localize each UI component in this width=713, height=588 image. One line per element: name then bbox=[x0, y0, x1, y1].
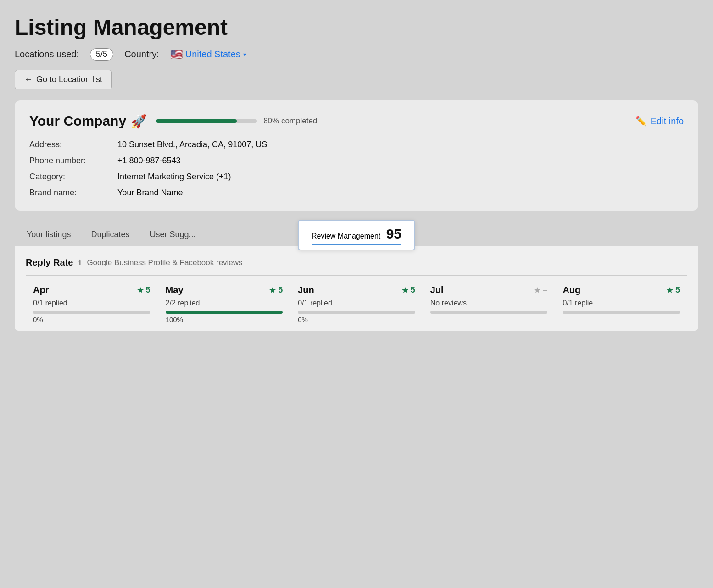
back-button-label: Go to Location list bbox=[36, 75, 102, 84]
edit-icon: ✏️ bbox=[635, 116, 647, 127]
month-name-apr: Apr bbox=[33, 285, 49, 295]
reply-rate-title: Reply Rate bbox=[26, 257, 73, 268]
company-header: Your Company 🚀 80% completed ✏️ Edit inf… bbox=[29, 113, 684, 129]
locations-badge: 5/5 bbox=[90, 48, 113, 61]
phone-label: Phone number: bbox=[29, 156, 112, 166]
month-card-jun: Jun ★ 5 0/1 replied 0% bbox=[290, 276, 423, 331]
review-mgmt-label: Review Management bbox=[312, 232, 380, 240]
review-mgmt-badge: 95 bbox=[386, 226, 401, 241]
star-icon-jul: ★ bbox=[534, 285, 541, 295]
month-card-may: May ★ 5 2/2 replied 100% bbox=[158, 276, 291, 331]
replied-text-aug: 0/1 replie... bbox=[563, 299, 680, 307]
phone-value: +1 800-987-6543 bbox=[117, 156, 684, 166]
replied-text-may: 2/2 replied bbox=[166, 299, 283, 307]
tab-your-listings[interactable]: Your listings bbox=[17, 223, 81, 246]
month-percent-jun: 0% bbox=[298, 316, 415, 323]
star-rating-may: ★ 5 bbox=[269, 285, 283, 295]
rating-dash-jul: – bbox=[543, 285, 547, 295]
company-name: Your Company 🚀 bbox=[29, 113, 147, 129]
company-card: Your Company 🚀 80% completed ✏️ Edit inf… bbox=[15, 100, 698, 211]
no-reviews-text-jul: No reviews bbox=[430, 299, 548, 307]
tab-user-suggestions[interactable]: User Sugg... bbox=[139, 223, 206, 246]
tabs-wrapper: Review Management 95 Your listings Dupli… bbox=[15, 223, 698, 246]
rating-value-aug: 5 bbox=[675, 285, 680, 295]
star-rating-jul: ★ – bbox=[534, 285, 547, 295]
star-rating-aug: ★ 5 bbox=[666, 285, 680, 295]
month-percent-may: 100% bbox=[166, 316, 283, 323]
content-section: Reply Rate ℹ Google Business Profile & F… bbox=[15, 246, 698, 331]
reply-rate-header: Reply Rate ℹ Google Business Profile & F… bbox=[26, 257, 687, 276]
month-name-aug: Aug bbox=[563, 285, 580, 295]
star-icon-jun: ★ bbox=[401, 285, 409, 295]
locations-label: Locations used: bbox=[15, 49, 79, 60]
month-progress-bar-apr bbox=[33, 311, 150, 314]
brand-label: Brand name: bbox=[29, 188, 112, 198]
chevron-down-icon: ▾ bbox=[243, 51, 246, 58]
month-progress-bar-aug bbox=[563, 311, 680, 314]
month-card-jul: Jul ★ – No reviews bbox=[423, 276, 556, 331]
progress-text: 80% completed bbox=[263, 116, 317, 126]
month-card-aug: Aug ★ 5 0/1 replie... bbox=[555, 276, 687, 331]
star-icon-apr: ★ bbox=[137, 285, 144, 295]
month-progress-bar-may bbox=[166, 311, 283, 314]
flag-icon: 🇺🇸 bbox=[170, 49, 183, 61]
country-name: United States bbox=[185, 49, 240, 60]
country-label: Country: bbox=[124, 49, 159, 60]
progress-bar-fill bbox=[156, 119, 237, 123]
rating-value-jun: 5 bbox=[411, 285, 415, 295]
address-value: 10 Sunset Blvd., Arcadia, CA, 91007, US bbox=[117, 140, 684, 150]
rating-value-apr: 5 bbox=[146, 285, 150, 295]
month-progress-bar-jun bbox=[298, 311, 415, 314]
month-name-may: May bbox=[166, 285, 184, 295]
review-mgmt-underline bbox=[312, 244, 401, 245]
progress-section: 80% completed bbox=[156, 116, 626, 126]
category-label: Category: bbox=[29, 172, 112, 182]
replied-text-apr: 0/1 replied bbox=[33, 299, 150, 307]
brand-value: Your Brand Name bbox=[117, 188, 684, 198]
replied-text-jun: 0/1 replied bbox=[298, 299, 415, 307]
edit-info-label: Edit info bbox=[651, 116, 684, 127]
months-row: Apr ★ 5 0/1 replied 0% May ★ 5 2/2 rep bbox=[26, 276, 687, 331]
category-value: Internet Marketing Service (+1) bbox=[117, 172, 684, 182]
country-selector[interactable]: 🇺🇸 United States ▾ bbox=[170, 49, 246, 61]
info-icon[interactable]: ℹ bbox=[78, 258, 81, 267]
month-name-jun: Jun bbox=[298, 285, 314, 295]
go-to-location-list-button[interactable]: ← Go to Location list bbox=[15, 70, 112, 89]
rocket-icon: 🚀 bbox=[131, 114, 147, 129]
star-icon-aug: ★ bbox=[666, 285, 674, 295]
progress-bar bbox=[156, 119, 257, 123]
company-info-table: Address: 10 Sunset Blvd., Arcadia, CA, 9… bbox=[29, 140, 684, 198]
month-percent-apr: 0% bbox=[33, 316, 150, 323]
rating-value-may: 5 bbox=[278, 285, 283, 295]
month-card-apr: Apr ★ 5 0/1 replied 0% bbox=[26, 276, 158, 331]
month-name-jul: Jul bbox=[430, 285, 444, 295]
edit-info-button[interactable]: ✏️ Edit info bbox=[635, 116, 684, 127]
address-label: Address: bbox=[29, 140, 112, 150]
reply-rate-description: Google Business Profile & Facebook revie… bbox=[87, 258, 242, 267]
page-title: Listing Management bbox=[15, 15, 698, 40]
month-progress-bar-jul bbox=[430, 311, 548, 314]
star-rating-apr: ★ 5 bbox=[137, 285, 150, 295]
header-meta: Locations used: 5/5 Country: 🇺🇸 United S… bbox=[15, 48, 698, 61]
tab-duplicates[interactable]: Duplicates bbox=[81, 223, 139, 246]
star-rating-jun: ★ 5 bbox=[401, 285, 415, 295]
back-arrow-icon: ← bbox=[24, 75, 33, 84]
review-management-popup: Review Management 95 bbox=[298, 220, 415, 250]
review-mgmt-text: Review Management 95 bbox=[312, 226, 401, 242]
star-icon-may: ★ bbox=[269, 285, 276, 295]
